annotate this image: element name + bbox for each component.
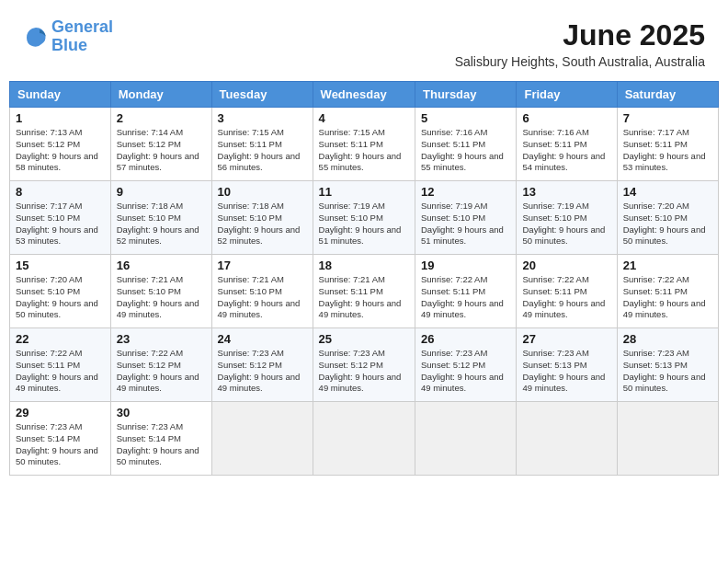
day-info: Sunrise: 7:19 AMSunset: 5:10 PMDaylight:… [522,201,610,247]
table-row: 9Sunrise: 7:18 AMSunset: 5:10 PMDaylight… [110,181,211,255]
table-row: 10Sunrise: 7:18 AMSunset: 5:10 PMDayligh… [211,181,313,255]
day-info: Sunrise: 7:17 AMSunset: 5:10 PMDaylight:… [16,201,105,247]
day-number: 26 [421,332,510,346]
location-title: Salisbury Heights, South Australia, Aust… [455,54,705,69]
day-info: Sunrise: 7:23 AMSunset: 5:13 PMDaylight:… [522,348,610,395]
day-number: 17 [218,259,307,272]
day-number: 19 [421,259,510,272]
logo: General Blue [23,18,113,55]
day-info: Sunrise: 7:14 AMSunset: 5:12 PMDaylight:… [117,127,206,174]
day-number: 11 [319,185,409,199]
day-number: 29 [16,406,105,419]
day-number: 14 [623,185,712,199]
day-info: Sunrise: 7:23 AMSunset: 5:14 PMDaylight:… [117,421,206,468]
day-number: 20 [522,259,610,272]
table-row: 14Sunrise: 7:20 AMSunset: 5:10 PMDayligh… [617,181,718,255]
day-info: Sunrise: 7:23 AMSunset: 5:14 PMDaylight:… [16,421,105,468]
table-row: 24Sunrise: 7:23 AMSunset: 5:12 PMDayligh… [211,328,313,402]
table-row [517,402,617,476]
table-row: 19Sunrise: 7:22 AMSunset: 5:11 PMDayligh… [415,255,517,328]
table-row: 26Sunrise: 7:23 AMSunset: 5:12 PMDayligh… [415,328,517,402]
table-row: 22Sunrise: 7:22 AMSunset: 5:11 PMDayligh… [10,328,111,402]
logo-blue: Blue [51,36,87,54]
day-info: Sunrise: 7:19 AMSunset: 5:10 PMDaylight:… [421,201,510,247]
header-monday: Monday [110,82,211,108]
header: General Blue June 2025 Salisbury Heights… [9,9,719,74]
calendar-week-row: 29Sunrise: 7:23 AMSunset: 5:14 PMDayligh… [10,402,719,476]
table-row: 16Sunrise: 7:21 AMSunset: 5:10 PMDayligh… [110,255,211,328]
day-info: Sunrise: 7:22 AMSunset: 5:12 PMDaylight:… [117,348,206,395]
day-info: Sunrise: 7:21 AMSunset: 5:11 PMDaylight:… [319,274,409,321]
day-info: Sunrise: 7:22 AMSunset: 5:11 PMDaylight:… [623,274,712,321]
table-row [313,402,415,476]
table-row: 8Sunrise: 7:17 AMSunset: 5:10 PMDaylight… [10,181,111,255]
day-info: Sunrise: 7:23 AMSunset: 5:12 PMDaylight:… [319,348,409,395]
day-number: 23 [117,332,206,346]
day-number: 8 [16,185,105,199]
day-number: 3 [218,111,307,125]
calendar-table: Sunday Monday Tuesday Wednesday Thursday… [9,81,719,476]
table-row: 18Sunrise: 7:21 AMSunset: 5:11 PMDayligh… [313,255,415,328]
calendar-week-row: 22Sunrise: 7:22 AMSunset: 5:11 PMDayligh… [10,328,719,402]
day-number: 27 [522,332,610,346]
table-row: 23Sunrise: 7:22 AMSunset: 5:12 PMDayligh… [110,328,211,402]
table-row: 30Sunrise: 7:23 AMSunset: 5:14 PMDayligh… [110,402,211,476]
table-row: 4Sunrise: 7:15 AMSunset: 5:11 PMDaylight… [313,108,415,181]
table-row: 11Sunrise: 7:19 AMSunset: 5:10 PMDayligh… [313,181,415,255]
day-number: 28 [623,332,712,346]
weekday-header-row: Sunday Monday Tuesday Wednesday Thursday… [10,82,719,108]
day-number: 6 [522,111,610,125]
day-info: Sunrise: 7:22 AMSunset: 5:11 PMDaylight:… [16,348,105,395]
day-info: Sunrise: 7:20 AMSunset: 5:10 PMDaylight:… [623,201,712,247]
day-number: 15 [16,259,105,272]
day-info: Sunrise: 7:22 AMSunset: 5:11 PMDaylight:… [522,274,610,321]
header-saturday: Saturday [617,82,718,108]
table-row: 2Sunrise: 7:14 AMSunset: 5:12 PMDaylight… [110,108,211,181]
logo-icon [23,24,49,50]
day-info: Sunrise: 7:15 AMSunset: 5:11 PMDaylight:… [319,127,409,174]
day-number: 21 [623,259,712,272]
table-row: 20Sunrise: 7:22 AMSunset: 5:11 PMDayligh… [517,255,617,328]
table-row: 17Sunrise: 7:21 AMSunset: 5:10 PMDayligh… [211,255,313,328]
header-sunday: Sunday [10,82,111,108]
day-info: Sunrise: 7:21 AMSunset: 5:10 PMDaylight:… [117,274,206,321]
day-info: Sunrise: 7:21 AMSunset: 5:10 PMDaylight:… [218,274,307,321]
day-info: Sunrise: 7:23 AMSunset: 5:12 PMDaylight:… [218,348,307,395]
day-info: Sunrise: 7:23 AMSunset: 5:13 PMDaylight:… [623,348,712,395]
table-row [617,402,718,476]
day-number: 5 [421,111,510,125]
day-number: 4 [319,111,409,125]
day-info: Sunrise: 7:15 AMSunset: 5:11 PMDaylight:… [218,127,307,174]
day-number: 9 [117,185,206,199]
day-info: Sunrise: 7:16 AMSunset: 5:11 PMDaylight:… [522,127,610,174]
title-area: June 2025 Salisbury Heights, South Austr… [455,18,705,69]
table-row: 29Sunrise: 7:23 AMSunset: 5:14 PMDayligh… [10,402,111,476]
table-row: 5Sunrise: 7:16 AMSunset: 5:11 PMDaylight… [415,108,517,181]
day-number: 30 [117,406,206,419]
table-row: 27Sunrise: 7:23 AMSunset: 5:13 PMDayligh… [517,328,617,402]
calendar-week-row: 15Sunrise: 7:20 AMSunset: 5:10 PMDayligh… [10,255,719,328]
day-number: 16 [117,259,206,272]
day-number: 2 [117,111,206,125]
day-info: Sunrise: 7:18 AMSunset: 5:10 PMDaylight:… [117,201,206,247]
table-row: 13Sunrise: 7:19 AMSunset: 5:10 PMDayligh… [517,181,617,255]
table-row: 6Sunrise: 7:16 AMSunset: 5:11 PMDaylight… [517,108,617,181]
logo-general: General [51,17,113,36]
calendar-week-row: 8Sunrise: 7:17 AMSunset: 5:10 PMDaylight… [10,181,719,255]
day-info: Sunrise: 7:13 AMSunset: 5:12 PMDaylight:… [16,127,105,174]
table-row: 1Sunrise: 7:13 AMSunset: 5:12 PMDaylight… [10,108,111,181]
day-info: Sunrise: 7:23 AMSunset: 5:12 PMDaylight:… [421,348,510,395]
table-row: 12Sunrise: 7:19 AMSunset: 5:10 PMDayligh… [415,181,517,255]
table-row: 15Sunrise: 7:20 AMSunset: 5:10 PMDayligh… [10,255,111,328]
table-row: 25Sunrise: 7:23 AMSunset: 5:12 PMDayligh… [313,328,415,402]
month-title: June 2025 [455,18,705,52]
header-wednesday: Wednesday [313,82,415,108]
day-info: Sunrise: 7:22 AMSunset: 5:11 PMDaylight:… [421,274,510,321]
day-info: Sunrise: 7:16 AMSunset: 5:11 PMDaylight:… [421,127,510,174]
table-row [211,402,313,476]
day-info: Sunrise: 7:18 AMSunset: 5:10 PMDaylight:… [218,201,307,247]
header-tuesday: Tuesday [211,82,313,108]
day-number: 1 [16,111,105,125]
table-row: 3Sunrise: 7:15 AMSunset: 5:11 PMDaylight… [211,108,313,181]
day-number: 12 [421,185,510,199]
